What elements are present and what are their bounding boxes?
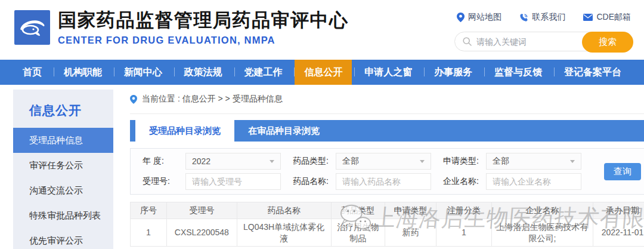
quick-links: 网站地图 联系我们 CDE邮箱 (454, 12, 633, 23)
main-nav: 首页 机构职能 新闻中心 政策法规 党建工作 信息公开 申请人之窗 办事服务 监… (0, 60, 644, 85)
acceptance-no-label: 受理号: (143, 176, 185, 187)
sidebar-item-communication[interactable]: 沟通交流公示 (13, 178, 113, 203)
nav-item-applicant-window[interactable]: 申请人之窗 (355, 60, 422, 85)
drug-type-label: 药品类型: (293, 156, 336, 167)
year-select-value: 2022 (192, 156, 210, 166)
drug-type-select[interactable]: 全部 (336, 153, 431, 170)
location-pin-icon (130, 95, 137, 104)
sidebar-item-special-approval[interactable]: 特殊审批品种列表 (13, 203, 113, 228)
filter-row-2: 受理号: 药品名称: 企业名称: (143, 173, 593, 190)
tab-bar: 受理品种目录浏览 在审品种目录浏览 (130, 120, 644, 142)
chevron-down-icon (270, 160, 274, 163)
column-header-acceptance-no: 受理号 (166, 202, 237, 219)
sidebar: 信息公开 受理品种信息 审评任务公示 沟通交流公示 特殊审批品种列表 优先审评公… (13, 90, 113, 249)
column-header-no: 序号 (131, 202, 167, 219)
table-header-row: 序号 受理号 药品名称 药品类型 申请类型 注册分类 企业名称 承办日期 (131, 202, 644, 219)
filter-panel: 年 度: 2022 药品类型: (130, 148, 644, 195)
results-table: 序号 受理号 药品名称 药品类型 申请类型 注册分类 企业名称 承办日期 1 C… (130, 202, 644, 247)
drug-name-label: 药品名称: (293, 176, 336, 187)
sidebar-item-accepted-varieties[interactable]: 受理品种信息 (13, 128, 113, 153)
drug-type-filter: 药品类型: 全部 (293, 153, 431, 170)
brand-text: 国家药品监督管理局药品审评中心 CENTER FOR DRUG EVALUATI… (58, 10, 349, 46)
column-header-drug-type: 药品类型 (331, 202, 385, 219)
mailbox-link[interactable]: CDE邮箱 (583, 12, 631, 23)
cell-acceptance-no: CXSL2200548 (166, 219, 237, 247)
tab-accepted-catalog[interactable]: 受理品种目录浏览 (135, 120, 234, 142)
company-name-input[interactable] (486, 173, 581, 190)
apply-type-select[interactable]: 全部 (486, 153, 581, 170)
column-header-apply-type: 申请类型 (385, 202, 436, 219)
brand: 国家药品监督管理局药品审评中心 CENTER FOR DRUG EVALUATI… (14, 0, 349, 60)
nav-item-party[interactable]: 党建工作 (235, 60, 292, 85)
company-name-label: 企业名称: (443, 176, 486, 187)
nav-item-supervision[interactable]: 监督与反馈 (485, 60, 552, 85)
column-header-drug-name: 药品名称 (237, 202, 331, 219)
column-header-reg-class: 注册分类 (436, 202, 492, 219)
cell-no: 1 (131, 219, 167, 247)
site-title: 国家药品监督管理局药品审评中心 (58, 10, 349, 30)
phone-icon (519, 13, 528, 22)
drug-name-input[interactable] (336, 173, 431, 190)
search-input[interactable] (476, 37, 575, 47)
nav-item-policies[interactable]: 政策法规 (175, 60, 232, 85)
cell-reg-class: 1 (436, 219, 492, 247)
year-select[interactable]: 2022 (185, 153, 281, 170)
nav-item-services[interactable]: 办事服务 (425, 60, 482, 85)
content: 信息公开 受理品种信息 审评任务公示 沟通交流公示 特殊审批品种列表 优先审评公… (0, 85, 644, 249)
acceptance-no-input[interactable] (185, 173, 281, 190)
quick-link-label: 网站地图 (468, 12, 501, 23)
company-name-filter: 企业名称: (443, 173, 581, 190)
drug-name-filter: 药品名称: (293, 173, 431, 190)
site-subtitle: CENTER FOR DRUG EVALUATION, NMPA (58, 35, 349, 46)
nav-item-registration-platform[interactable]: 登记备案平台 (555, 60, 631, 85)
cell-drug-name: LQ043H单域抗体雾化液 (237, 219, 331, 247)
mail-icon (583, 14, 593, 21)
sitemap-link[interactable]: 网站地图 (457, 12, 501, 23)
breadcrumb: 当前位置 : 信息公开 > > 受理品种信息 (130, 85, 644, 114)
main-panel: 当前位置 : 信息公开 > > 受理品种信息 受理品种目录浏览 在审品种目录浏览… (113, 85, 644, 249)
table-row: 1 CXSL2200548 LQ043H单域抗体雾化液 治疗用生物制品 新药 1… (131, 219, 644, 247)
cell-apply-type: 新药 (385, 219, 436, 247)
chevron-down-icon (420, 160, 425, 163)
acceptance-no-filter: 受理号: (143, 173, 281, 190)
cell-company: 上海洛启生物医药技术有限公司; (491, 219, 593, 247)
site-header: 国家药品监督管理局药品审评中心 CENTER FOR DRUG EVALUATI… (0, 0, 644, 60)
column-header-date: 承办日期 (593, 202, 644, 219)
apply-type-select-value: 全部 (493, 156, 509, 167)
fish-swirl-icon (17, 14, 47, 41)
drug-type-select-value: 全部 (342, 156, 359, 167)
filter-row-1: 年 度: 2022 药品类型: (143, 153, 593, 170)
year-filter: 年 度: 2022 (143, 153, 281, 170)
sidebar-title: 信息公开 (13, 90, 113, 128)
column-header-company: 企业名称 (491, 202, 593, 219)
nav-item-home[interactable]: 首页 (13, 60, 51, 85)
quick-link-label: CDE邮箱 (596, 12, 631, 23)
nav-item-news[interactable]: 新闻中心 (114, 60, 172, 85)
tab-under-review-catalog[interactable]: 在审品种目录浏览 (234, 120, 333, 142)
cell-date: 2022-11-01 (593, 219, 644, 247)
chevron-down-icon (570, 160, 575, 163)
query-button[interactable]: 查询 (604, 163, 641, 180)
nav-item-info-disclosure[interactable]: 信息公开 (295, 60, 352, 85)
map-pin-icon (457, 13, 465, 22)
nav-item-functions[interactable]: 机构职能 (54, 60, 112, 85)
cell-drug-type: 治疗用生物制品 (331, 219, 385, 247)
search-bar: 搜索 (454, 32, 633, 51)
search-icon (463, 37, 472, 46)
cde-page: 国家药品监督管理局药品审评中心 CENTER FOR DRUG EVALUATI… (0, 0, 644, 249)
sidebar-item-priority-review[interactable]: 优先审评公示 (13, 228, 113, 249)
contact-link[interactable]: 联系我们 (519, 12, 565, 23)
apply-type-filter: 申请类型: 全部 (443, 153, 581, 170)
quick-link-label: 联系我们 (532, 12, 565, 23)
year-label: 年 度: (143, 156, 185, 167)
breadcrumb-text: 当前位置 : 信息公开 > > 受理品种信息 (142, 94, 283, 104)
filter-rows: 年 度: 2022 药品类型: (143, 153, 593, 190)
sidebar-item-review-tasks[interactable]: 审评任务公示 (13, 153, 113, 178)
cde-logo (14, 10, 50, 45)
search-button[interactable]: 搜索 (582, 32, 633, 53)
apply-type-label: 申请类型: (443, 156, 486, 167)
header-right: 网站地图 联系我们 CDE邮箱 (454, 0, 633, 60)
